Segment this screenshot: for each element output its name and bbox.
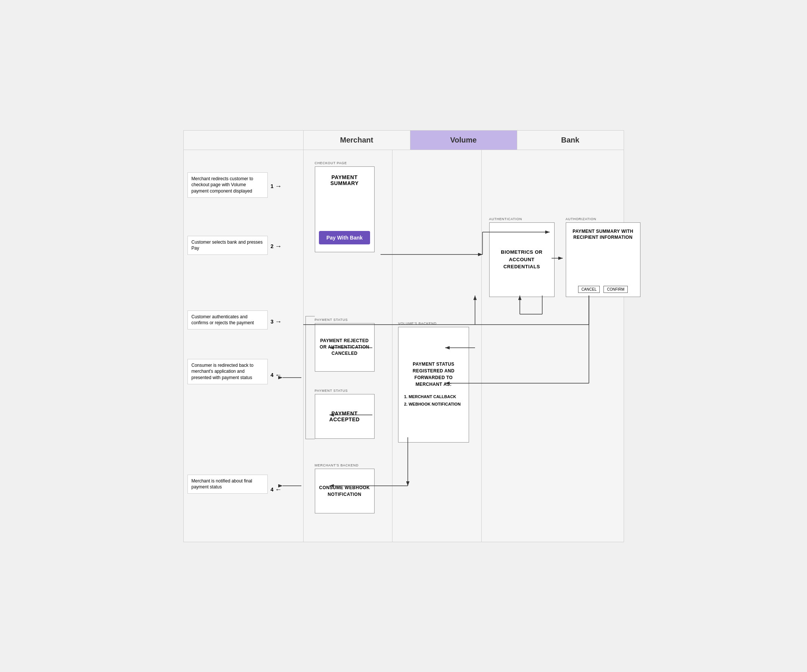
columns-area: CHECKOUT PAGE PAYMENT SUMMARY Pay With B… [303, 150, 624, 542]
payment-status-accepted-label: PAYMENT STATUS [315, 389, 375, 392]
confirm-button[interactable]: CONFIRM [603, 286, 628, 293]
step4b-desc: Merchant is notified about final payment… [188, 475, 268, 494]
payment-summary-title: PAYMENT SUMMARY [319, 174, 370, 186]
step2-arrow-group: 2 → [271, 243, 282, 250]
consume-webhook-box: CONSUME WEBHOOK NOTIFICATION [315, 468, 375, 513]
volumes-backend-box: PAYMENT STATUS REGISTERED AND FORWARDED … [398, 327, 469, 442]
auth-label: AUTHENTICATION [489, 217, 555, 221]
volume-column: VOLUME'S BACKEND PAYMENT STATUS REGISTER… [392, 150, 482, 542]
biometrics-title: BIOMETRICS OR ACCOUNT CREDENTIALS [495, 248, 549, 270]
checkout-box: PAYMENT SUMMARY Pay With Bank [315, 166, 375, 252]
payment-accepted-box: PAYMENT ACCEPTED [315, 394, 375, 439]
header-spacer [184, 131, 303, 150]
consume-webhook-title: CONSUME WEBHOOK NOTIFICATION [319, 484, 370, 498]
action-buttons: CANCEL CONFIRM [577, 286, 628, 293]
step3-desc: Customer authenticates and confirms or r… [188, 310, 268, 330]
header-merchant: Merchant [303, 131, 410, 150]
payment-rejected-group: PAYMENT STATUS PAYMENT REJECTED OR AUTHE… [315, 318, 375, 372]
merchant-callback: 1. MERCHANT CALLBACK [404, 393, 463, 401]
left-sidebar: Merchant redirects customer to checkout … [184, 150, 303, 542]
step3-arrow-group: 3 → [271, 318, 282, 326]
payment-status-rejected-label: PAYMENT STATUS [315, 318, 375, 322]
pay-with-bank-button[interactable]: Pay With Bank [319, 231, 370, 244]
payment-accepted-title: PAYMENT ACCEPTED [319, 410, 370, 422]
payment-accepted-group: PAYMENT STATUS PAYMENT ACCEPTED [315, 389, 375, 439]
step2-desc: Customer selects bank and presses Pay [188, 236, 268, 255]
authorization-box: PAYMENT SUMMARY WITH RECIPIENT INFORMATI… [566, 222, 641, 297]
bank-column: AUTHENTICATION BIOMETRICS OR ACCOUNT CRE… [482, 150, 624, 542]
step4b-arrow-group: 4 ← [271, 486, 282, 494]
payment-rejected-title: PAYMENT REJECTED OR AUTHENTICATION CANCE… [319, 338, 370, 356]
volumes-backend-label: VOLUME'S BACKEND [398, 322, 469, 325]
header-volume: Volume [410, 131, 517, 150]
step4a-arrow-group: 4 ← [271, 371, 282, 379]
cancel-button[interactable]: CANCEL [578, 286, 600, 293]
step4a-desc: Consumer is redirected back to merchant'… [188, 359, 268, 384]
payment-status-registered-title: PAYMENT STATUS REGISTERED AND FORWARDED … [404, 361, 463, 388]
volumes-backend-group: VOLUME'S BACKEND PAYMENT STATUS REGISTER… [398, 322, 469, 442]
merchants-backend-label: MERCHANT'S BACKEND [315, 463, 375, 467]
webhook-notification: 2. WEBHOOK NOTIFICATION [404, 401, 463, 408]
checkout-label: CHECKOUT PAGE [315, 161, 375, 165]
step1-desc: Merchant redirects customer to checkout … [188, 172, 268, 198]
biometrics-box: BIOMETRICS OR ACCOUNT CREDENTIALS [489, 222, 555, 297]
authorization-label: AUTHORIZATION [566, 217, 641, 221]
diagram-container: Merchant Volume Bank Merchant redirects … [183, 130, 624, 542]
consume-webhook-group: MERCHANT'S BACKEND CONSUME WEBHOOK NOTIF… [315, 463, 375, 513]
step1-arrow-group: 1 → [271, 182, 282, 190]
header-row: Merchant Volume Bank [184, 131, 624, 150]
payment-rejected-box: PAYMENT REJECTED OR AUTHENTICATION CANCE… [315, 323, 375, 372]
header-bank: Bank [517, 131, 624, 150]
authorization-group: AUTHORIZATION PAYMENT SUMMARY WITH RECIP… [566, 217, 641, 297]
bracket-left [306, 316, 315, 439]
biometrics-group: AUTHENTICATION BIOMETRICS OR ACCOUNT CRE… [489, 217, 555, 297]
merchant-column: CHECKOUT PAGE PAYMENT SUMMARY Pay With B… [304, 150, 393, 542]
checkout-page-group: CHECKOUT PAGE PAYMENT SUMMARY Pay With B… [315, 161, 375, 252]
payment-summary-recipient-title: PAYMENT SUMMARY WITH RECIPIENT INFORMATI… [570, 228, 636, 241]
